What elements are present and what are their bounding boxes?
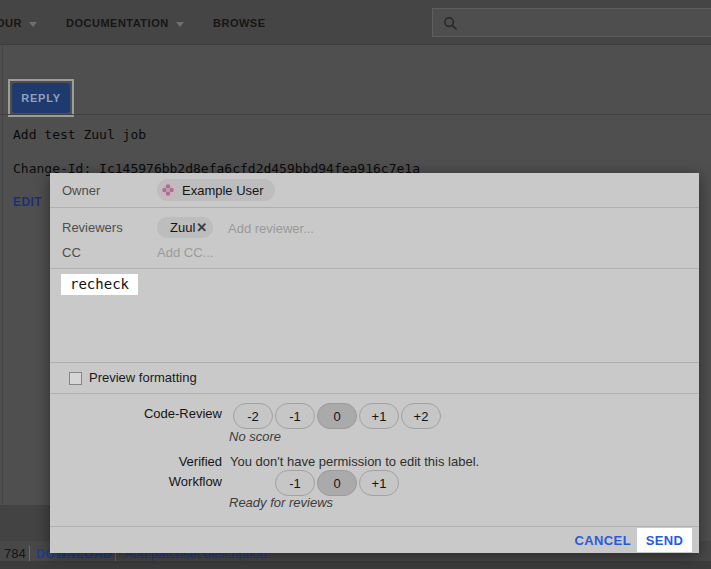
chevron-down-icon xyxy=(29,22,37,27)
reply-button[interactable]: REPLY xyxy=(12,83,70,113)
dialog-divider xyxy=(50,207,699,208)
remove-reviewer-icon[interactable]: ✕ xyxy=(196,221,207,234)
workflow-zero-button[interactable]: 0 xyxy=(317,470,357,496)
owner-chip: Example User xyxy=(157,179,275,201)
preview-formatting-checkbox[interactable] xyxy=(69,372,82,385)
dialog-divider xyxy=(50,268,699,269)
top-navigation-bar: OUR DOCUMENTATION BROWSE xyxy=(0,0,711,45)
code-review-minus2-button[interactable]: -2 xyxy=(233,403,273,429)
verified-permission-message: You don't have permission to edit this l… xyxy=(230,454,479,469)
code-review-hint: No score xyxy=(229,429,281,444)
reviewer-chip-zuul: Zuul ✕ xyxy=(157,217,213,238)
reply-dialog: Owner Example User Reviewers Zuul ✕ Add … xyxy=(50,173,699,553)
verified-label: Verified xyxy=(50,454,222,469)
bottom-scrollbar-track xyxy=(0,561,711,569)
file-section-block xyxy=(0,505,50,541)
code-review-plus1-button[interactable]: +1 xyxy=(359,403,399,429)
content-left-border xyxy=(2,44,3,569)
dialog-divider xyxy=(50,362,699,363)
chevron-down-icon xyxy=(176,22,184,27)
patchset-number: 784 xyxy=(4,546,26,561)
reply-message-textarea[interactable]: recheck xyxy=(61,274,138,295)
add-reviewer-input[interactable]: Add reviewer... xyxy=(228,221,314,236)
separator xyxy=(29,546,30,561)
workflow-label: Workflow xyxy=(50,474,222,489)
cc-label: CC xyxy=(62,245,81,260)
code-review-minus1-button[interactable]: -1 xyxy=(275,403,315,429)
send-button[interactable]: SEND xyxy=(637,528,692,552)
cancel-button[interactable]: CANCEL xyxy=(574,533,631,548)
owner-label: Owner xyxy=(62,183,100,198)
section-divider xyxy=(0,114,711,115)
edit-link[interactable]: EDIT xyxy=(13,195,42,209)
search-box[interactable] xyxy=(432,8,711,37)
search-icon xyxy=(443,16,458,31)
workflow-plus1-button[interactable]: +1 xyxy=(359,470,399,496)
reviewer-chip-label: Zuul xyxy=(170,220,195,235)
workflow-hint: Ready for reviews xyxy=(229,495,333,510)
owner-chip-label: Example User xyxy=(182,183,264,198)
nav-menu-your[interactable]: OUR xyxy=(0,17,22,29)
nav-menu-documentation[interactable]: DOCUMENTATION xyxy=(66,17,169,29)
commit-message-subject: Add test Zuul job xyxy=(13,127,146,142)
search-input[interactable] xyxy=(465,11,709,35)
reviewers-label: Reviewers xyxy=(62,220,123,235)
nav-menu-browse[interactable]: BROWSE xyxy=(213,17,266,29)
code-review-label: Code-Review xyxy=(50,406,222,421)
preview-formatting-label: Preview formatting xyxy=(89,370,197,385)
code-review-zero-button[interactable]: 0 xyxy=(317,403,357,429)
workflow-minus1-button[interactable]: -1 xyxy=(275,470,315,496)
dialog-footer-divider xyxy=(50,526,699,527)
gerrit-change-screen: OUR DOCUMENTATION BROWSE REPLY Add test … xyxy=(0,0,711,569)
code-review-plus2-button[interactable]: +2 xyxy=(401,403,441,429)
dialog-divider xyxy=(50,393,699,394)
add-cc-input[interactable]: Add CC... xyxy=(157,245,213,260)
avatar xyxy=(160,182,176,198)
